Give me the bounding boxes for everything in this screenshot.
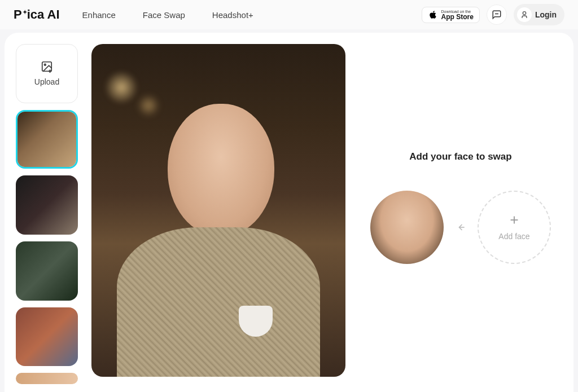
face-row: Add face [370,191,551,264]
appstore-text: Download on the App Store [441,10,474,20]
plus-icon [508,214,520,226]
login-label: Login [535,10,557,19]
detected-face-preview[interactable] [370,191,444,264]
upload-label: Upload [34,77,59,86]
header-right: Download on the App Store Login [422,4,564,25]
main-content: Upload Add your face to swap Add [5,33,573,392]
login-button[interactable]: Login [514,4,564,25]
panel-title: Add your face to swap [409,151,511,162]
nav: Enhance Face Swap Headshot+ [82,10,422,20]
template-thumb-1[interactable] [16,110,78,169]
template-thumb-3[interactable] [16,241,78,301]
avatar-icon [517,7,532,22]
nav-faceswap[interactable]: Face Swap [143,10,185,20]
right-panel: Add your face to swap Add face [359,44,562,384]
sidebar: Upload [16,44,78,384]
add-face-button[interactable]: Add face [478,191,551,264]
arrow-left-icon [455,222,466,233]
upload-icon [41,60,53,73]
upload-button[interactable]: Upload [16,44,78,103]
apple-icon [428,10,438,20]
logo[interactable]: P✦Pica AIica AI [14,7,60,22]
template-thumb-4[interactable] [16,307,78,367]
preview-image [91,44,345,377]
nav-headshot[interactable]: Headshot+ [212,10,253,20]
svg-point-1 [523,12,526,15]
chat-button[interactable] [487,5,507,25]
appstore-button[interactable]: Download on the App Store [422,7,480,23]
svg-point-3 [44,64,46,66]
template-thumb-2[interactable] [16,175,78,235]
appstore-big-text: App Store [441,14,474,20]
header: P✦Pica AIica AI Enhance Face Swap Headsh… [0,0,578,29]
chat-icon [492,10,502,20]
template-thumb-5[interactable] [16,373,78,384]
add-face-label: Add face [498,232,529,241]
nav-enhance[interactable]: Enhance [82,10,116,20]
